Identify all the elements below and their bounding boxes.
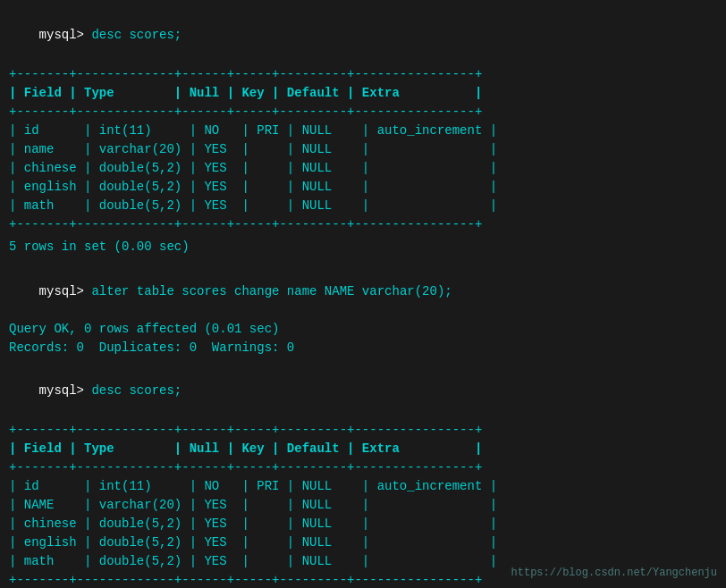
records-line: Records: 0 Duplicates: 0 Warnings: 0	[9, 339, 717, 357]
table1-row-id: | id | int(11) | NO | PRI | NULL | auto_…	[9, 122, 717, 140]
table2-row-chinese: | chinese | double(5,2) | YES | | NULL |…	[9, 515, 717, 533]
prompt-line-3: mysql> desc scores;	[9, 363, 717, 419]
table1-row-name: | name | varchar(20) | YES | | NULL | |	[9, 140, 717, 159]
command-2: alter table scores change name NAME varc…	[91, 284, 452, 298]
table2-row-name: | NAME | varchar(20) | YES | | NULL | |	[9, 496, 717, 515]
watermark: https://blog.csdn.net/Yangchenju	[511, 567, 717, 579]
table2-row-id: | id | int(11) | NO | PRI | NULL | auto_…	[9, 477, 717, 496]
terminal-window: mysql> desc scores; +-------+-----------…	[9, 7, 717, 588]
table2-header: | Field | Type | Null | Key | Default | …	[9, 440, 717, 458]
table1-header: | Field | Type | Null | Key | Default | …	[9, 84, 717, 103]
table1-mid-border: +-------+-------------+------+-----+----…	[9, 103, 717, 122]
prompt-line-2: mysql> alter table scores change name NA…	[9, 264, 717, 320]
command-3: desc scores;	[91, 383, 182, 398]
table1-row-english: | english | double(5,2) | YES | | NULL |…	[9, 178, 717, 197]
result-line-1: 5 rows in set (0.00 sec)	[9, 236, 717, 258]
prompt-symbol-3: mysql>	[39, 383, 92, 398]
table2-mid-border: +-------+-------------+------+-----+----…	[9, 458, 717, 477]
table1-row-chinese: | chinese | double(5,2) | YES | | NULL |…	[9, 159, 717, 178]
table1-row-math: | math | double(5,2) | YES | | NULL | |	[9, 197, 717, 215]
query-ok-line: Query OK, 0 rows affected (0.01 sec)	[9, 320, 717, 339]
prompt-symbol-1: mysql>	[39, 28, 92, 42]
prompt-symbol-2: mysql>	[39, 284, 92, 298]
table-1: +-------+-------------+------+-----+----…	[9, 65, 717, 234]
table1-top-border: +-------+-------------+------+-----+----…	[9, 65, 717, 84]
command-1: desc scores;	[91, 28, 182, 42]
prompt-line-1: mysql> desc scores;	[9, 7, 717, 63]
table2-row-english: | english | double(5,2) | YES | | NULL |…	[9, 533, 717, 552]
table1-bottom-border: +-------+-------------+------+-----+----…	[9, 215, 717, 234]
table2-top-border: +-------+-------------+------+-----+----…	[9, 421, 717, 440]
table-2: +-------+-------------+------+-----+----…	[9, 421, 717, 588]
